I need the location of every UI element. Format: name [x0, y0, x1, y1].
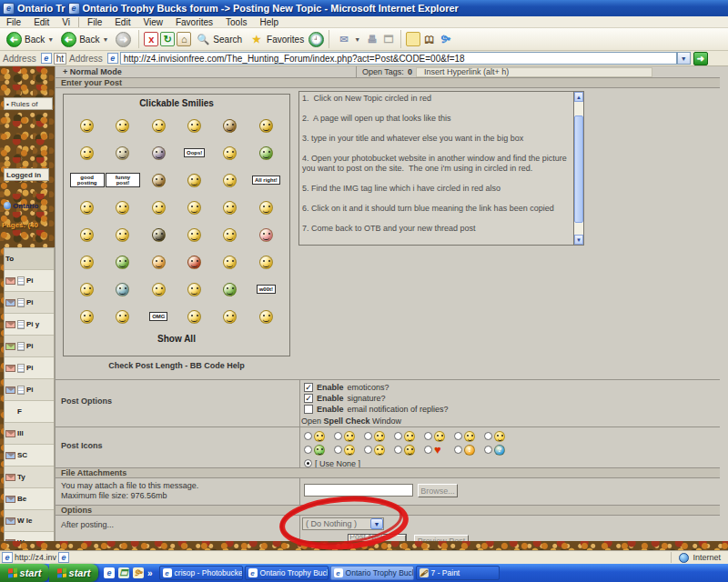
- post-icon-radio[interactable]: [484, 446, 492, 454]
- topic-title[interactable]: W le: [17, 517, 32, 525]
- smiley-icon[interactable]: [80, 228, 94, 242]
- table-row[interactable]: Pi: [5, 292, 54, 314]
- taskbar-button[interactable]: ecrisop - Photobucket ...: [159, 566, 243, 580]
- topic-title[interactable]: Pi y: [26, 320, 39, 328]
- smiley-icon[interactable]: [259, 146, 273, 160]
- smiley-icon[interactable]: [116, 256, 129, 269]
- normal-mode-label[interactable]: + Normal Mode: [56, 67, 356, 76]
- table-row[interactable]: W le: [5, 510, 54, 532]
- post-icon-radio[interactable]: [364, 446, 372, 454]
- table-row[interactable]: F: [5, 401, 54, 423]
- quick-launch-messenger-icon[interactable]: 🙟: [133, 567, 144, 578]
- smiley-sign[interactable]: good posting: [70, 173, 105, 187]
- post-icon-radio[interactable]: [454, 432, 462, 440]
- post-icon-radio[interactable]: [394, 446, 402, 454]
- smiley-icon[interactable]: [223, 201, 237, 215]
- back-dropdown-icon[interactable]: ▼: [102, 36, 108, 43]
- smiley-icon[interactable]: [187, 228, 201, 242]
- menu-item-view[interactable]: View: [136, 17, 169, 27]
- search-button[interactable]: 🔍 Search: [193, 31, 245, 47]
- smiley-icon[interactable]: [152, 228, 166, 242]
- post-icon-option[interactable]: [484, 431, 511, 442]
- back-button-2[interactable]: ➜ Back ▼: [58, 31, 111, 48]
- post-icon-radio[interactable]: [394, 432, 402, 440]
- go-button[interactable]: ➜: [693, 52, 708, 65]
- browse-button[interactable]: Browse...: [418, 484, 458, 497]
- taskbar-button[interactable]: 🖌7 - Paint: [416, 566, 500, 580]
- smiley-icon[interactable]: [152, 174, 166, 187]
- address-dropdown-icon[interactable]: ▼: [677, 52, 691, 65]
- start-button[interactable]: start: [49, 564, 98, 582]
- post-icon-option[interactable]: [364, 431, 391, 442]
- post-icon-radio[interactable]: [424, 446, 432, 454]
- menu-item-edit[interactable]: Edit: [27, 17, 56, 27]
- smiley-icon[interactable]: [259, 228, 273, 242]
- textarea-scrollbar[interactable]: ▲ ▼: [573, 91, 584, 246]
- smiley-sign[interactable]: All right!: [252, 176, 280, 185]
- post-icon-option[interactable]: ♥: [424, 445, 451, 456]
- pages-label[interactable]: Pages: (40: [2, 221, 38, 229]
- checkbox-icon[interactable]: ✓: [304, 394, 313, 403]
- smiley-icon[interactable]: [152, 283, 166, 296]
- forward-button[interactable]: ➜: [113, 31, 134, 48]
- back-dropdown-icon[interactable]: ▼: [47, 36, 54, 43]
- smiley-icon[interactable]: [223, 283, 237, 296]
- smiley-sign[interactable]: w00t!: [257, 285, 276, 294]
- quick-launch-ie-icon[interactable]: e: [104, 567, 115, 578]
- post-icon-option[interactable]: [394, 431, 421, 442]
- menu-item-vi[interactable]: Vi: [56, 17, 76, 27]
- smiley-sign[interactable]: OMG: [149, 312, 167, 321]
- post-option-row[interactable]: ✓Enable signature?: [304, 393, 449, 404]
- table-row[interactable]: SC: [5, 445, 54, 467]
- history-icon[interactable]: 🕘: [308, 32, 324, 47]
- edit-icon[interactable]: 🗔: [381, 32, 396, 46]
- spell-check-link[interactable]: Open Spell Check Window: [301, 416, 401, 426]
- post-body-textarea[interactable]: [298, 91, 573, 246]
- post-icon-option[interactable]: [394, 445, 421, 456]
- topic-title[interactable]: Be: [17, 495, 26, 503]
- table-row[interactable]: Ty: [5, 467, 54, 488]
- smiley-icon[interactable]: [259, 119, 273, 133]
- checkbox-icon[interactable]: [304, 405, 313, 414]
- table-row[interactable]: Ill: [5, 423, 54, 445]
- smiley-icon[interactable]: [152, 256, 166, 269]
- topic-title[interactable]: F: [17, 407, 22, 416]
- taskbar-button[interactable]: eOntario Trophy Bucks...: [245, 566, 329, 580]
- print-icon[interactable]: 🖶: [365, 32, 379, 46]
- smiley-icon[interactable]: [259, 310, 273, 324]
- post-icon-radio[interactable]: [454, 446, 462, 454]
- smiley-icon[interactable]: [116, 310, 129, 324]
- topic-title[interactable]: Pi: [26, 298, 34, 306]
- media-icon[interactable]: 🕮: [422, 32, 437, 46]
- table-row[interactable]: Be: [5, 488, 54, 510]
- address-input[interactable]: http://z4.invisionfree.com/The_Hunting_F…: [120, 52, 677, 65]
- smiley-icon[interactable]: [187, 174, 201, 187]
- table-row[interactable]: Pi: [5, 357, 54, 379]
- smiley-icon[interactable]: [223, 256, 237, 269]
- refresh-icon[interactable]: ↻: [160, 32, 175, 46]
- favorites-button[interactable]: ★ Favorites: [247, 31, 307, 47]
- post-icon-radio[interactable]: [484, 432, 492, 440]
- messenger-icon[interactable]: 🙟: [439, 32, 453, 46]
- menu-item-favorites[interactable]: Favorites: [169, 17, 219, 27]
- post-icon-option[interactable]: [334, 445, 361, 456]
- post-icon-radio[interactable]: [424, 432, 432, 440]
- smiley-icon[interactable]: [223, 310, 237, 324]
- start-button-background[interactable]: start: [0, 564, 49, 582]
- post-icon-option[interactable]: [364, 445, 391, 456]
- smiley-icon[interactable]: [187, 256, 201, 269]
- show-all-link[interactable]: Show All: [64, 334, 289, 344]
- smiley-icon[interactable]: [187, 201, 201, 215]
- smiley-icon[interactable]: [223, 174, 237, 187]
- smiley-icon[interactable]: [259, 201, 273, 215]
- post-icon-option[interactable]: [454, 431, 481, 442]
- table-row[interactable]: Pi: [5, 379, 54, 401]
- smiley-icon[interactable]: [152, 119, 166, 133]
- topic-title[interactable]: Pi: [26, 276, 34, 285]
- menu-item-file[interactable]: File: [81, 17, 108, 27]
- smiley-icon[interactable]: [223, 119, 237, 133]
- home-icon[interactable]: ⌂: [177, 32, 191, 46]
- smiley-icon[interactable]: [116, 283, 129, 296]
- smiley-icon[interactable]: [116, 119, 129, 133]
- post-option-row[interactable]: Enable email notification of replies?: [304, 404, 449, 415]
